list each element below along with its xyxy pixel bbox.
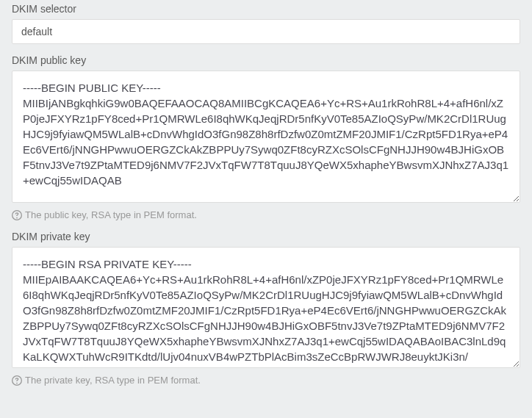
dkim-private-key-helper: The private key, RSA type in PEM format. bbox=[12, 375, 520, 386]
dkim-selector-label: DKIM selector bbox=[12, 3, 520, 15]
dkim-public-key-helper-text: The public key, RSA type in PEM format. bbox=[25, 209, 197, 220]
dkim-private-key-textarea[interactable] bbox=[12, 247, 520, 368]
dkim-public-key-textarea[interactable] bbox=[12, 71, 520, 203]
dkim-settings-panel: DKIM selector DKIM public key The public… bbox=[0, 0, 532, 397]
dkim-public-key-helper: The public key, RSA type in PEM format. bbox=[12, 209, 520, 220]
dkim-private-key-group: DKIM private key The private key, RSA ty… bbox=[12, 231, 520, 386]
dkim-public-key-label: DKIM public key bbox=[12, 54, 520, 66]
dkim-private-key-label: DKIM private key bbox=[12, 231, 520, 242]
question-circle-icon bbox=[12, 375, 22, 386]
dkim-private-key-helper-text: The private key, RSA type in PEM format. bbox=[25, 375, 201, 386]
question-circle-icon bbox=[12, 210, 22, 220]
dkim-public-key-group: DKIM public key The public key, RSA type… bbox=[12, 54, 520, 220]
dkim-selector-group: DKIM selector bbox=[12, 3, 520, 44]
dkim-selector-input[interactable] bbox=[12, 19, 520, 44]
